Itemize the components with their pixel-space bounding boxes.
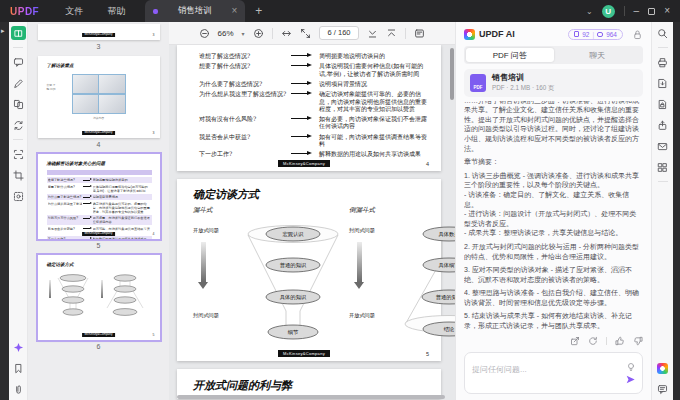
thumbnail-qa-row: 为什么要了解这些情况?说明项目背景情况 [47, 194, 152, 200]
sticker-icon[interactable] [656, 361, 670, 375]
attachment-icon[interactable] [11, 382, 25, 396]
feedback-icon[interactable] [656, 382, 670, 396]
lock-icon[interactable] [632, 29, 643, 40]
regenerate-icon[interactable] [588, 332, 598, 350]
left-tool-rail [9, 22, 28, 400]
document-file-card[interactable]: PDF 销售培训 PDF · 2.1 MB · 160 页 [464, 69, 643, 97]
thumbnail-page-5[interactable]: 准确解答访谈对象关心的问题 谁想了解这些情况?简明扼要地说明访谈目的想要了解什么… [38, 154, 160, 239]
doc-protect-icon[interactable] [656, 97, 670, 111]
zoom-caret-icon[interactable]: ▾ [242, 30, 245, 37]
ai-quota-badge[interactable]: 92 | 964 [568, 29, 623, 40]
thumbnail-page-3[interactable]: McKinsey&Company 3 [38, 24, 160, 40]
funnel-diagram-right: 倒漏斗式 封闭式问题 开放式问题 [349, 206, 455, 347]
bookmark-icon[interactable] [11, 361, 25, 375]
fit-width-button[interactable] [281, 28, 292, 39]
quadrant-matrix [72, 74, 126, 114]
send-icon[interactable] [625, 371, 636, 389]
minimize-button[interactable]: – [634, 6, 640, 16]
funnel-diagram-left: 漏斗式 开放式问题 封闭式问题 [193, 206, 349, 347]
apps-icon[interactable] [656, 160, 670, 174]
svg-text:结论: 结论 [444, 326, 455, 333]
screenshot-icon[interactable] [11, 189, 25, 203]
menu-help[interactable]: 帮助 [95, 5, 137, 18]
thumbs-up-icon[interactable] [615, 332, 625, 350]
pages-scroll-area[interactable]: 谁想了解这些情况?简明扼要地说明访谈目的想要了解什么情况?具体说明我们需要何种信… [169, 45, 455, 400]
document-tab[interactable]: 销售培训 × [145, 0, 245, 22]
share-icon[interactable] [656, 118, 670, 132]
page-down-button[interactable] [367, 28, 378, 39]
pdf-viewer: 66% ▾ 6 / 160 谁想了解这些情况?简明扼要地说明访谈目的想要了解什么… [169, 22, 455, 400]
doc-quota-icon [574, 31, 579, 37]
file-name: 销售培训 [492, 73, 554, 83]
page-title: 确定访谈方式 [193, 187, 427, 202]
tab-chat[interactable]: 聊天 [554, 48, 642, 62]
thumbnail-panel: McKinsey&Company 3 3 了解访谈重点 宏观 了解 目的 访谈内… [28, 22, 169, 400]
ai-question-input[interactable]: 提问任何问题... [464, 352, 643, 394]
reader-mode-icon[interactable] [11, 26, 26, 40]
svg-text:具体的知识: 具体的知识 [280, 294, 307, 301]
edit-icon[interactable] [11, 76, 25, 90]
zoom-in-button[interactable] [253, 28, 264, 39]
ai-assistant-icon[interactable] [11, 340, 25, 354]
pdf-page-6: 确定访谈方式 漏斗式 开放式问题 封闭式问题 [177, 179, 441, 361]
thumbnail-qa-row: 谁想了解这些情况?简明扼要地说明访谈目的 [47, 177, 152, 183]
crop-icon[interactable] [11, 168, 25, 182]
svg-text:宏观认识: 宏观认识 [282, 231, 304, 238]
organize-pages-icon[interactable] [11, 97, 25, 111]
thumbnail-page-6[interactable]: 确定访谈方式 [38, 255, 160, 340]
convert-icon[interactable] [11, 118, 25, 132]
view-options-button[interactable] [414, 28, 425, 39]
page-indicator[interactable]: 6 / 160 [319, 26, 360, 40]
new-tab-button[interactable]: + [255, 4, 262, 18]
zoom-level[interactable]: 66% [218, 29, 234, 38]
mckinsey-logo: McKinsey&Company [278, 160, 330, 167]
updf-ai-panel: UPDF AI 92 | 964 PDF 问答 聊天 PDF 销售培训 PDF [455, 22, 651, 400]
close-button[interactable]: × [664, 6, 670, 16]
tab-close-icon[interactable]: × [231, 6, 237, 16]
question-answer-row: 我是否会从中获益?如有可能，向访谈对象提供调查结果等资料 [199, 133, 429, 147]
comment-icon[interactable] [11, 55, 25, 69]
svg-text:普通的知识: 普通的知识 [280, 262, 307, 269]
thumbnail-page-4[interactable]: 了解访谈重点 宏观 了解 目的 访谈内容 McKinsey&Company 3 [38, 56, 160, 138]
ocr-icon[interactable] [11, 147, 25, 161]
save-icon[interactable] [656, 76, 670, 90]
question-answer-row: 下一步工作?解释数据的用途以及如何共享访谈成果 [199, 150, 429, 157]
svg-text:普通的知识: 普通的知识 [436, 294, 455, 301]
export-icon[interactable] [570, 332, 580, 350]
svg-text:细节: 细节 [288, 329, 299, 336]
question-answer-row: 想要了解什么情况?具体说明我们需要何种信息(如有可能的话,举例)，让被访者了解访… [199, 62, 429, 76]
page-title: 开放式问题的利与弊 [193, 378, 441, 393]
page-number: 5 [426, 351, 429, 357]
fit-page-button[interactable] [300, 28, 311, 39]
table-header [47, 170, 152, 175]
search-icon[interactable] [656, 26, 670, 40]
thumbnail-qa-row: 想要了解什么情况?具体说明我们需要何种信息(如有可能的话,举例)，让被访者了解访… [47, 184, 152, 194]
titlebar-divider [624, 6, 625, 16]
titlebar-chevron-down-icon[interactable]: ⌄ [586, 7, 593, 16]
question-answer-row: 对我有没有什么风险?如有必要，向访谈对象保证我们不会泄露任何谈话内容 [199, 115, 429, 129]
updf-logo: UPDF [10, 6, 39, 17]
page-up-button[interactable] [386, 28, 397, 39]
thumbnail-number: 4 [28, 141, 169, 148]
input-placeholder: 提问任何问题... [472, 365, 527, 374]
horizontal-scrollbar[interactable] [177, 395, 445, 399]
zoom-out-button[interactable] [199, 28, 210, 39]
mckinsey-logo: McKinsey&Company [82, 131, 116, 135]
mckinsey-logo: McKinsey&Company [82, 33, 116, 37]
window-edge [673, 22, 680, 400]
maximize-button[interactable] [648, 8, 655, 15]
vertical-scrollbar[interactable] [450, 48, 454, 100]
question-answer-row: 为什么想从我这里了解这些情况?确定访谈对象能提供可靠的、必要的信息，向访谈对象说… [199, 90, 429, 112]
mckinsey-logo: McKinsey&Company [82, 333, 116, 337]
email-icon[interactable] [656, 139, 670, 153]
thumbs-down-icon[interactable] [633, 332, 643, 350]
expand-panel-icon[interactable]: ▸ [1, 27, 5, 35]
file-meta: PDF · 2.1 MB · 160 页 [492, 84, 554, 93]
menu-file[interactable]: 文件 [53, 5, 95, 18]
title-bar: UPDF 文件 帮助 销售培训 × + ⌄ U – × [0, 0, 680, 22]
print-icon[interactable] [656, 55, 670, 69]
gradient-arrow [357, 242, 362, 282]
svg-text:具体数据: 具体数据 [438, 231, 455, 238]
user-avatar[interactable]: U [602, 5, 615, 18]
tab-pdf-qa[interactable]: PDF 问答 [466, 48, 554, 62]
